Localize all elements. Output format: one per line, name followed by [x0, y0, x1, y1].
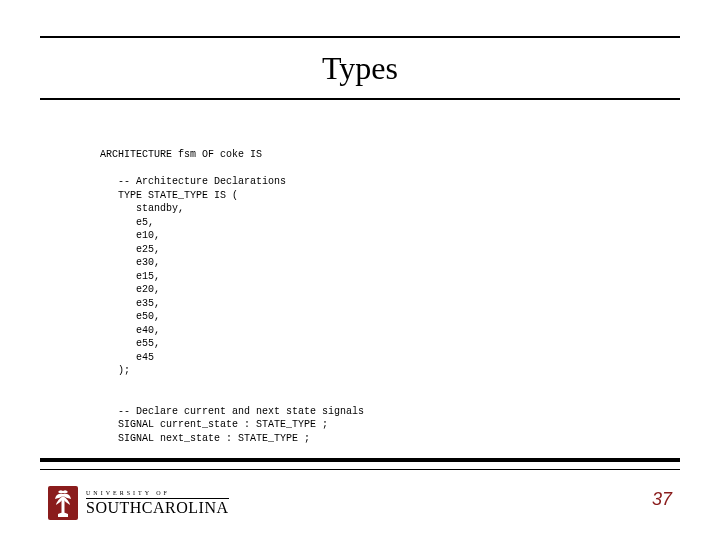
code-block: ARCHITECTURE fsm OF coke IS -- Architect…	[100, 148, 364, 445]
title-underline-rule	[40, 98, 680, 100]
logo-university-label: UNIVERSITY OF	[86, 490, 229, 496]
page-title: Types	[0, 50, 720, 87]
svg-rect-1	[62, 499, 65, 514]
footer-rule-thin	[40, 469, 680, 470]
top-rule	[40, 36, 680, 38]
palmetto-tree-icon	[48, 486, 78, 520]
page-number: 37	[652, 489, 672, 510]
footer-logo: UNIVERSITY OF SOUTHCAROLINA	[48, 486, 229, 520]
logo-name: SOUTHCAROLINA	[86, 500, 229, 516]
logo-text: UNIVERSITY OF SOUTHCAROLINA	[86, 490, 229, 516]
footer-rule-thick	[40, 458, 680, 462]
slide: Types ARCHITECTURE fsm OF coke IS -- Arc…	[0, 0, 720, 540]
